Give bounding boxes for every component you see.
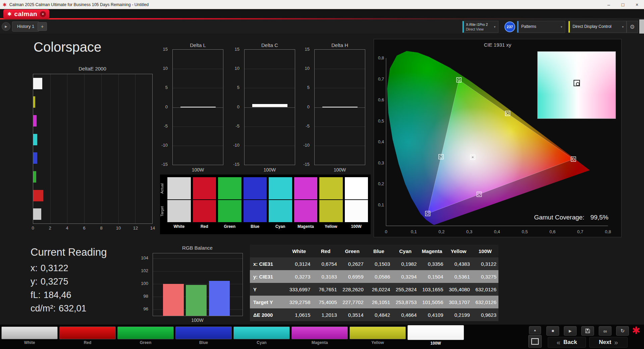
- delta-e-bar-red: [33, 190, 43, 201]
- table-cell: 255,2824: [392, 283, 419, 296]
- gear-icon: ⚙: [630, 23, 635, 31]
- delta-e-bar-100w: [33, 208, 41, 220]
- calman-logo-text: calman: [14, 10, 37, 18]
- rgb-balance-chart: [153, 253, 243, 316]
- meter-accent-stripe: [463, 21, 464, 33]
- table-cell: 305,4080: [445, 283, 472, 296]
- reading-line: x:0,3122: [31, 263, 107, 273]
- grid-line: [315, 107, 365, 108]
- axis-tick-label: -15: [233, 162, 239, 167]
- pattern-button-green[interactable]: Green: [117, 327, 174, 347]
- grid-line: [50, 74, 51, 223]
- grid-line: [245, 88, 295, 88]
- settings-button[interactable]: ⚙: [627, 21, 638, 33]
- window-controls: – □ ×: [602, 0, 644, 9]
- loop-icon: ∞: [603, 328, 607, 334]
- tab-history-1[interactable]: History 1: [12, 21, 39, 32]
- table-cell: 0,4842: [366, 308, 392, 321]
- rgb-bar-blue: [209, 281, 230, 316]
- collapse-button[interactable]: ▲: [529, 326, 541, 334]
- table-cell: 101,5056: [419, 296, 445, 308]
- column-header: Magenta: [419, 245, 445, 257]
- minimize-button[interactable]: –: [602, 0, 616, 9]
- table-cell: 26,0224: [366, 283, 392, 296]
- pattern-window-button[interactable]: [528, 335, 542, 348]
- next-button[interactable]: Next »: [589, 337, 628, 348]
- table-cell: 0,2199: [445, 308, 472, 321]
- axis-tick-label: -10: [233, 143, 239, 148]
- table-cell: 253,8753: [392, 296, 419, 308]
- row-label: ΔE 2000: [250, 308, 286, 321]
- axis-tick-label: -10: [161, 143, 168, 148]
- table-cell: 632,0126: [472, 296, 498, 308]
- axis-tick-label: 0,3: [378, 160, 384, 165]
- grid-line: [245, 146, 295, 146]
- axis-tick-label: 0,7: [577, 229, 583, 234]
- close-button[interactable]: ×: [630, 0, 644, 9]
- pattern-swatch: [350, 327, 406, 339]
- pattern-label: Yellow: [350, 339, 406, 346]
- swatch-column-100w: 100W: [345, 177, 368, 233]
- table-header: WhiteRedGreenBlueCyanMagentaYellow100W: [250, 245, 498, 257]
- loop-button[interactable]: ∞: [599, 326, 611, 336]
- swatch-row-labels: ActualTarget: [160, 177, 167, 223]
- actual-swatch: [167, 177, 191, 199]
- add-tab-button[interactable]: +: [38, 22, 47, 31]
- calman-menu-button[interactable]: ✱ calman ▼: [3, 9, 49, 19]
- pattern-button-yellow[interactable]: Yellow: [350, 327, 406, 347]
- table-cell: 0,3273: [286, 270, 312, 283]
- stop-button[interactable]: ■: [546, 326, 559, 336]
- refresh-button[interactable]: ↻: [616, 326, 629, 336]
- column-header: Cyan: [392, 245, 419, 257]
- tab-scroll-button[interactable]: ▶: [2, 22, 10, 31]
- pattern-button-100w[interactable]: 100W: [408, 327, 464, 347]
- maximize-button[interactable]: □: [616, 0, 630, 9]
- chart-title: Delta L: [172, 42, 223, 48]
- axis-tick-label: 5: [165, 85, 168, 90]
- rgb-balance-title: RGB Balance: [153, 245, 242, 251]
- back-button[interactable]: « Back: [548, 337, 586, 348]
- actual-target-swatch-panel: ActualTargetWhiteRedGreenBlueCyanMagenta…: [160, 174, 371, 234]
- panel-expand-handle[interactable]: [639, 19, 644, 34]
- play-button[interactable]: ▶: [564, 326, 577, 336]
- reading-value: 0,3122: [41, 263, 68, 273]
- white-point-marker: [574, 80, 580, 86]
- corner-cell: [250, 245, 286, 257]
- display-control-dropdown[interactable]: Direct Display Control ▼: [568, 21, 627, 33]
- axis-tick-label: 0,8: [605, 229, 611, 234]
- target-swatch: [345, 200, 368, 222]
- row-label: x: CIE31: [250, 257, 286, 270]
- pattern-button-cyan[interactable]: Cyan: [233, 327, 290, 347]
- save-button[interactable]: [581, 326, 594, 336]
- chevron-down-icon: ▼: [622, 26, 624, 29]
- reading-line: fL:184,46: [31, 290, 107, 300]
- grid-line: [315, 127, 365, 127]
- swatch-label: Green: [218, 223, 241, 230]
- table-cell: 0,9623: [472, 308, 498, 321]
- meter-dropdown[interactable]: X-Rite i1Pro 2 Direct View ▼: [462, 21, 498, 33]
- swatch-column-magenta: Magenta: [294, 177, 318, 233]
- delta-plot: [172, 49, 223, 165]
- pattern-swatch: [59, 327, 116, 339]
- reading-line: cd/m²:632,01: [31, 303, 107, 314]
- patterns-dropdown[interactable]: Patterns ▼: [517, 21, 565, 33]
- pattern-button-red[interactable]: Red: [59, 327, 116, 347]
- table-cell: 0,4383: [445, 257, 472, 270]
- pattern-button-magenta[interactable]: Magenta: [291, 327, 348, 347]
- table-header-row: WhiteRedGreenBlueCyanMagentaYellow100W: [250, 245, 498, 257]
- axis-tick-label: 5: [237, 85, 239, 90]
- axis-tick-label: 12: [133, 226, 138, 231]
- swatch-column-cyan: Cyan: [269, 177, 292, 233]
- current-reading-lines: x:0,3122y:0,3275fL:184,46cd/m²:632,01: [31, 263, 107, 314]
- pattern-button-white[interactable]: White: [1, 327, 58, 347]
- pattern-button-blue[interactable]: Blue: [175, 327, 232, 347]
- pattern-label: 100W: [408, 340, 464, 347]
- table-cell: 0,3294: [392, 270, 419, 283]
- axis-labels: 151050-5-10-15: [153, 49, 170, 164]
- actual-swatch: [345, 177, 368, 199]
- target-swatch: [294, 200, 318, 222]
- chart-title: Delta H: [314, 42, 365, 48]
- table-cell: 0,5361: [445, 270, 472, 283]
- grid-line: [84, 74, 85, 223]
- reading-value: 184,46: [44, 290, 71, 300]
